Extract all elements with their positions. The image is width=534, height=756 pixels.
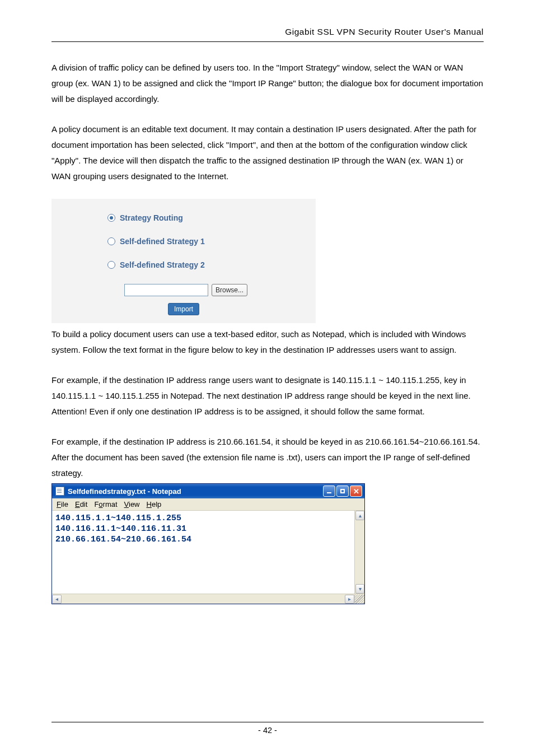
horizontal-scrollbar[interactable]: ◂ ▸ — [52, 594, 364, 604]
maximize-button[interactable] — [336, 486, 349, 497]
scroll-up-button[interactable]: ▴ — [355, 511, 364, 520]
page-number: - 42 - — [258, 726, 277, 735]
paragraph-4: For example, if the destination IP addre… — [51, 372, 484, 419]
page-header: Gigabit SSL VPN Security Router User's M… — [51, 27, 484, 42]
notepad-title: Selfdefinedstrategy.txt - Notepad — [68, 487, 181, 496]
menu-file[interactable]: File — [57, 500, 68, 508]
maximize-icon — [340, 489, 345, 493]
scroll-right-button[interactable]: ▸ — [345, 595, 354, 604]
import-button[interactable]: Import — [168, 303, 199, 315]
radio-strategy-routing[interactable]: Strategy Routing — [107, 213, 316, 222]
radio-unselected-icon — [107, 261, 115, 269]
radio-self-defined-2[interactable]: Self-defined Strategy 2 — [107, 260, 316, 269]
close-button[interactable]: ✕ — [350, 486, 362, 497]
menu-help[interactable]: Help — [147, 500, 162, 508]
vertical-scrollbar[interactable]: ▴ ▾ — [354, 511, 364, 594]
menu-edit[interactable]: Edit — [75, 500, 87, 508]
radio-label-self-defined-1: Self-defined Strategy 1 — [120, 237, 205, 246]
notepad-app-icon — [55, 487, 64, 496]
radio-label-strategy-routing: Strategy Routing — [120, 213, 183, 222]
scroll-down-button[interactable]: ▾ — [355, 584, 364, 594]
paragraph-3: To build a policy document users can use… — [51, 326, 484, 358]
strategy-panel: Strategy Routing Self-defined Strategy 1… — [51, 199, 316, 323]
minimize-button[interactable] — [323, 486, 335, 497]
paragraph-2: A policy document is an editable text do… — [51, 122, 484, 184]
paragraph-5: For example, if the destination IP addre… — [51, 434, 484, 481]
menu-view[interactable]: View — [124, 500, 140, 508]
close-icon: ✕ — [353, 487, 359, 496]
browse-button[interactable]: Browse... — [212, 284, 247, 296]
notepad-window: Selfdefinedstrategy.txt - Notepad ✕ File… — [51, 483, 365, 604]
radio-self-defined-1[interactable]: Self-defined Strategy 1 — [107, 237, 316, 246]
notepad-menubar: File Edit Format View Help — [52, 498, 364, 511]
menu-format[interactable]: Format — [94, 500, 117, 508]
scroll-left-button[interactable]: ◂ — [52, 595, 62, 604]
notepad-textarea[interactable]: 140.115.1.1~140.115.1.255 140.116.11.1~1… — [52, 511, 354, 594]
page-footer: - 42 - — [51, 722, 484, 735]
radio-unselected-icon — [107, 237, 115, 245]
notepad-titlebar[interactable]: Selfdefinedstrategy.txt - Notepad ✕ — [52, 484, 364, 498]
resize-grip-icon[interactable] — [354, 595, 364, 604]
file-browse-row: Browse... — [124, 284, 316, 296]
radio-selected-icon — [107, 214, 115, 222]
file-path-input[interactable] — [124, 284, 208, 296]
header-title: Gigabit SSL VPN Security Router User's M… — [285, 27, 484, 36]
radio-label-self-defined-2: Self-defined Strategy 2 — [120, 260, 205, 269]
paragraph-1: A division of traffic policy can be defi… — [51, 60, 484, 107]
minimize-icon — [327, 492, 331, 493]
